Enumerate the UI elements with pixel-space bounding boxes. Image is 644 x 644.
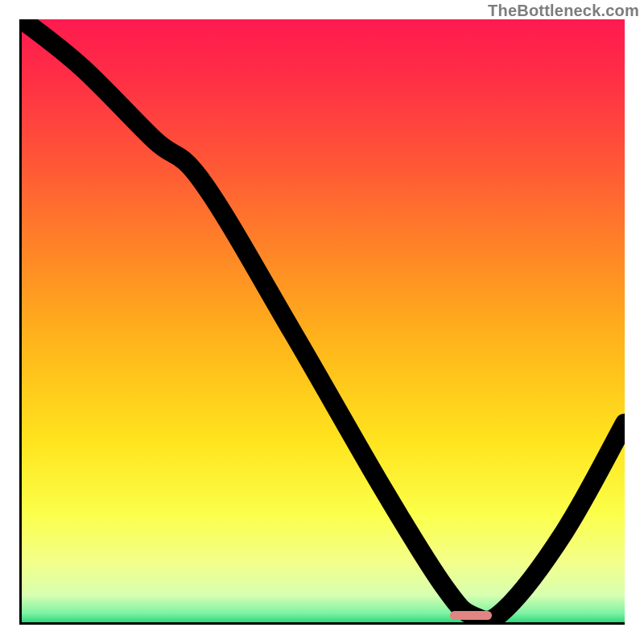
- optimum-marker: [450, 611, 492, 620]
- watermark-text: TheBottleneck.com: [488, 2, 639, 20]
- plot-area: [19, 19, 625, 625]
- chart-container: TheBottleneck.com: [0, 0, 644, 644]
- bottleneck-curve: [22, 19, 625, 622]
